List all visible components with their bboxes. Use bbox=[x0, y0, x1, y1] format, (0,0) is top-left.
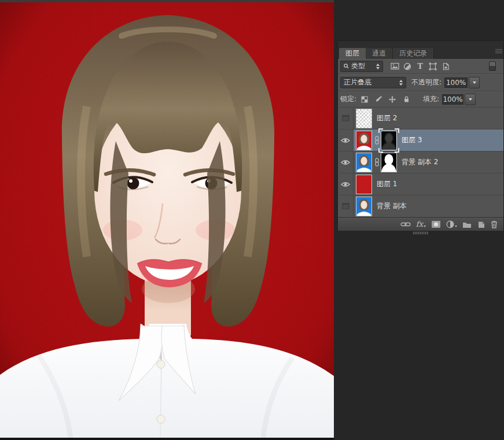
panel-resize-grip[interactable] bbox=[413, 231, 429, 235]
opacity-dropdown-button[interactable] bbox=[469, 77, 480, 88]
filter-kind-value: 类型 bbox=[351, 61, 365, 71]
delete-layer-trash-button[interactable] bbox=[490, 220, 498, 228]
mask-link-chain-icon bbox=[374, 136, 380, 145]
eye-icon bbox=[341, 160, 350, 165]
layer-name: 背景 副本 bbox=[377, 201, 407, 211]
new-group-folder-button[interactable] bbox=[462, 221, 472, 228]
layer-thumbnail[interactable] bbox=[356, 153, 371, 172]
blend-mode-select[interactable]: 正片叠底 bbox=[340, 77, 406, 88]
panel-footer-toolbar: fx bbox=[338, 217, 503, 231]
tab-channels[interactable]: 通道 bbox=[366, 48, 393, 59]
visibility-cell[interactable] bbox=[338, 151, 354, 173]
document-canvas[interactable] bbox=[0, 0, 334, 440]
layer-thumbnail[interactable] bbox=[356, 197, 371, 216]
fill-value[interactable]: 100% bbox=[442, 94, 463, 105]
new-layer-button[interactable] bbox=[477, 220, 485, 228]
layer-mask-thumbnail[interactable] bbox=[381, 153, 396, 172]
new-adjustment-layer-button[interactable] bbox=[446, 220, 457, 228]
layer-thumbnail[interactable] bbox=[356, 109, 371, 128]
lock-image-pixels-brush-icon[interactable] bbox=[374, 95, 383, 104]
layer-name: 图层 3 bbox=[402, 135, 422, 145]
layer-row[interactable]: 背景 副本 bbox=[338, 195, 503, 217]
mask-link-chain-icon bbox=[374, 158, 380, 167]
layer-row[interactable]: 图层 1 bbox=[338, 173, 503, 195]
opacity-value[interactable]: 100% bbox=[444, 77, 468, 88]
tab-history[interactable]: 历史记录 bbox=[393, 48, 434, 59]
layer-row[interactable]: 背景 副本 2 bbox=[338, 151, 503, 173]
filter-pixel-layers-icon[interactable] bbox=[390, 62, 399, 71]
add-layer-mask-button[interactable] bbox=[431, 220, 441, 228]
blend-mode-row: 正片叠底 不透明度: 100% bbox=[338, 74, 503, 91]
lock-transparent-pixels-icon[interactable] bbox=[360, 95, 369, 104]
visibility-empty-well bbox=[342, 203, 350, 209]
filter-adjustment-layers-icon[interactable] bbox=[403, 62, 412, 71]
layers-panel: 图层 通道 历史记录 类型 T bbox=[337, 40, 504, 231]
portrait-photo bbox=[0, 2, 334, 438]
layer-name: 图层 1 bbox=[377, 179, 397, 189]
caret-down-icon bbox=[455, 225, 457, 227]
filter-type-layers-icon[interactable]: T bbox=[415, 62, 425, 71]
layer-row[interactable]: 图层 3 bbox=[338, 130, 503, 151]
lock-all-padlock-icon[interactable] bbox=[402, 95, 411, 104]
lock-label: 锁定: bbox=[340, 94, 356, 104]
eye-icon bbox=[341, 138, 350, 143]
filter-kind-select[interactable]: 类型 bbox=[340, 61, 383, 72]
link-layers-icon[interactable] bbox=[400, 221, 411, 227]
caret-down-icon bbox=[473, 82, 476, 84]
lock-position-move-icon[interactable] bbox=[388, 95, 397, 104]
filter-shape-layers-icon[interactable] bbox=[428, 62, 437, 71]
visibility-cell[interactable] bbox=[338, 130, 354, 151]
layer-styles-fx-button[interactable]: fx bbox=[416, 220, 426, 228]
layer-thumbnail[interactable] bbox=[356, 175, 371, 194]
lock-row: 锁定: 填充: 100% bbox=[338, 91, 503, 108]
blend-mode-value: 正片叠底 bbox=[344, 77, 371, 87]
visibility-cell[interactable] bbox=[338, 108, 354, 129]
search-icon bbox=[344, 64, 349, 69]
layer-list: 图层 2 图层 3 bbox=[338, 108, 503, 217]
opacity-label: 不透明度: bbox=[411, 77, 442, 87]
fill-label: 填充: bbox=[423, 94, 439, 104]
layer-filter-row: 类型 T bbox=[338, 59, 503, 74]
layer-name: 图层 2 bbox=[377, 113, 397, 123]
layer-row[interactable]: 图层 2 bbox=[338, 108, 503, 130]
layer-thumbnail[interactable] bbox=[356, 131, 371, 150]
layer-name: 背景 副本 2 bbox=[402, 157, 438, 167]
visibility-cell[interactable] bbox=[338, 195, 354, 217]
fill-dropdown-button[interactable] bbox=[465, 94, 476, 105]
tab-layers[interactable]: 图层 bbox=[339, 48, 366, 59]
panel-tab-bar: 图层 通道 历史记录 bbox=[338, 41, 503, 59]
layer-mask-thumbnail[interactable] bbox=[381, 131, 396, 150]
layer-filtering-toggle[interactable] bbox=[489, 61, 496, 71]
panel-menu-icon[interactable] bbox=[495, 48, 502, 54]
visibility-empty-well bbox=[342, 115, 350, 121]
visibility-cell[interactable] bbox=[338, 173, 354, 195]
canvas-bottom-strip bbox=[0, 438, 334, 440]
select-spinner-icon bbox=[376, 64, 380, 69]
caret-down-icon bbox=[469, 98, 472, 101]
photoshop-workspace: { "panel": { "tabs": [ { "label": "图层", … bbox=[0, 0, 504, 440]
eye-icon bbox=[341, 182, 350, 187]
caret-down-icon bbox=[424, 225, 426, 227]
select-spinner-icon bbox=[399, 80, 403, 86]
filter-smart-objects-icon[interactable] bbox=[441, 62, 450, 71]
